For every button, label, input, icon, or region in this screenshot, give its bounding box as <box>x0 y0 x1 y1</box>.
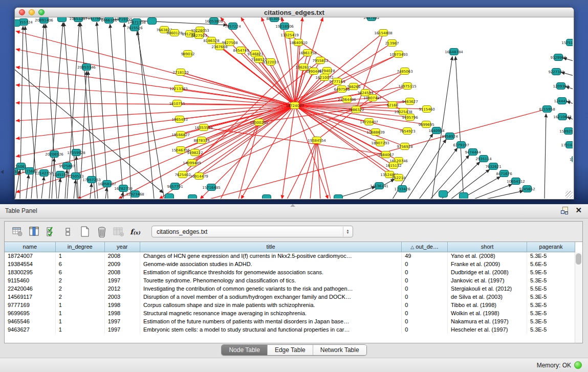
network-node[interactable]: 8215958 <box>539 106 555 113</box>
network-node[interactable]: 9329966 <box>550 54 567 61</box>
table-cell[interactable]: 1 <box>55 252 104 260</box>
function-builder-icon[interactable]: f(x) <box>130 228 140 236</box>
network-node[interactable]: 14136141 <box>370 183 388 189</box>
table-cell[interactable]: 0 <box>402 268 448 276</box>
network-node[interactable] <box>15 20 20 27</box>
network-node[interactable] <box>148 18 157 25</box>
network-node[interactable]: 19218506 <box>275 23 294 30</box>
table-cell[interactable]: 9699695 <box>5 309 55 317</box>
table-cell[interactable]: 0 <box>402 325 448 334</box>
table-cell[interactable]: 9465546 <box>5 317 55 325</box>
network-node[interactable]: 13325419 <box>280 32 299 38</box>
table-cell[interactable]: Nakamura et al. (1997) <box>448 317 527 325</box>
network-node[interactable]: 9699695 <box>418 121 434 128</box>
table-cell[interactable]: 5.9E-5 <box>527 268 575 276</box>
table-row[interactable]: 911546021997Tourette syndrome. Phenomeno… <box>5 276 575 285</box>
collapse-west-panel-icon[interactable] <box>1 170 4 174</box>
network-node[interactable]: 7632621 <box>485 163 501 170</box>
vertical-scrollbar[interactable] <box>575 252 582 343</box>
table-cell[interactable]: 9777169 <box>5 301 55 309</box>
table-cell[interactable]: 49 <box>402 252 448 260</box>
table-cell[interactable]: 1 <box>55 325 104 334</box>
table-cell[interactable]: 9115460 <box>5 276 55 285</box>
table-cell[interactable]: Franke et al. (2009) <box>448 260 527 268</box>
network-node[interactable]: 10653287 <box>69 17 88 22</box>
network-node[interactable]: 15716485 <box>202 184 221 191</box>
table-cell[interactable]: Stergiakouli et al. (2012) <box>448 285 527 293</box>
network-node[interactable]: 2935114 <box>475 156 492 162</box>
table-cell[interactable]: Genome-wide association studies in ADHD. <box>140 260 401 268</box>
table-cell[interactable]: 19384554 <box>5 260 55 268</box>
network-node[interactable]: 7485063 <box>397 68 412 75</box>
table-cell[interactable]: 5.3E-5 <box>527 293 575 301</box>
table-cell[interactable]: 2009 <box>104 260 140 268</box>
table-cell[interactable]: Disruption of a novel member of a sodium… <box>140 293 401 301</box>
network-node[interactable]: 16648784 <box>445 49 463 55</box>
table-cell[interactable]: 1 <box>55 317 104 325</box>
network-node[interactable] <box>334 195 343 199</box>
table-cell[interactable]: 1997 <box>104 317 140 325</box>
table-cell[interactable]: 6 <box>55 260 104 268</box>
network-node[interactable]: 9463627 <box>402 98 418 105</box>
table-cell[interactable]: 9463627 <box>5 325 55 334</box>
network-node[interactable]: 7625402 <box>175 171 190 178</box>
table-cell[interactable]: 0 <box>402 293 448 301</box>
network-node[interactable]: 18300295 <box>250 119 268 126</box>
network-node[interactable]: 2718120 <box>172 69 188 76</box>
table-cell[interactable]: 1998 <box>104 301 140 309</box>
table-cell[interactable]: 2008 <box>104 252 140 260</box>
table-cell[interactable]: 2 <box>55 276 104 285</box>
table-cell[interactable]: Yano et al. (2008) <box>448 252 527 260</box>
network-node[interactable]: 2687682 <box>363 17 379 21</box>
network-node[interactable]: 213967 <box>385 40 399 47</box>
network-node[interactable]: 12975115 <box>398 83 417 90</box>
network-node[interactable]: 9474444 <box>465 149 481 156</box>
table-cell[interactable]: 5.6E-5 <box>527 260 575 268</box>
table-cell[interactable]: Estimation of the future numbers of pati… <box>140 317 401 325</box>
network-node[interactable]: 20891406 <box>35 17 53 24</box>
table-cell[interactable]: 5.3E-5 <box>527 309 575 317</box>
network-node[interactable] <box>188 195 197 199</box>
network-node[interactable]: 19384554 <box>308 137 326 144</box>
table-cell[interactable]: 1 <box>55 309 104 317</box>
network-canvas[interactable]: 1405572420891406106532871527602646616110… <box>15 17 573 199</box>
table-cell[interactable]: Embryonic stem cells: a model to study s… <box>140 325 401 334</box>
network-node[interactable]: 8813054 <box>266 17 282 22</box>
table-cell[interactable]: Wolkin et al. (1998) <box>448 309 527 317</box>
network-node[interactable] <box>165 194 174 199</box>
column-header-short[interactable]: short <box>448 242 527 252</box>
network-node[interactable]: 62160 <box>387 102 398 108</box>
network-node[interactable]: 9115460 <box>419 106 434 113</box>
table-cell[interactable]: 0 <box>402 260 448 268</box>
network-node[interactable]: 18907293 <box>371 140 389 146</box>
table-cell[interactable]: 6 <box>55 268 104 276</box>
network-node[interactable]: 8186328 <box>203 37 219 44</box>
select-rows-icon[interactable] <box>46 226 57 237</box>
table-cell[interactable]: Investigating the contribution of common… <box>140 285 401 293</box>
new-table-icon[interactable] <box>79 226 91 237</box>
column-header-name[interactable]: name <box>5 242 55 252</box>
float-panel-icon[interactable] <box>561 207 568 214</box>
table-cell[interactable]: 2003 <box>104 293 140 301</box>
table-cell[interactable]: Corpus callosum shape and size in male p… <box>140 301 401 309</box>
network-node[interactable]: 1965493 <box>171 116 187 123</box>
table-row[interactable]: 969969511998Structural magnetic resonanc… <box>5 309 575 317</box>
network-node[interactable]: 7955812 <box>312 57 328 64</box>
window-resize-grip[interactable] <box>565 191 573 198</box>
table-row[interactable]: 946554611997Estimation of the future num… <box>5 317 575 325</box>
table-cell[interactable]: Tourette syndrome. Phenomenology and cla… <box>140 276 401 285</box>
network-node[interactable]: 12213363 <box>169 85 188 92</box>
table-cell[interactable]: 18300295 <box>5 268 55 276</box>
table-cell[interactable]: Changes of HCN gene expression and I(f) … <box>140 252 401 260</box>
network-node[interactable]: 16914479 <box>190 173 208 180</box>
network-node[interactable]: 8471676 <box>496 170 512 177</box>
table-cell[interactable]: de Silva et al. (2003) <box>448 293 527 301</box>
network-node[interactable]: 16210643 <box>553 114 572 120</box>
table-cell[interactable]: 1997 <box>104 325 140 334</box>
column-header-out_de[interactable]: △out_de… <box>402 242 448 252</box>
network-node[interactable]: 10654112 <box>507 178 525 185</box>
delete-table-icon[interactable] <box>96 226 107 237</box>
column-header-year[interactable]: year <box>104 242 140 252</box>
network-node[interactable]: 1209387 <box>553 83 569 90</box>
scrollbar-thumb[interactable] <box>576 253 581 265</box>
